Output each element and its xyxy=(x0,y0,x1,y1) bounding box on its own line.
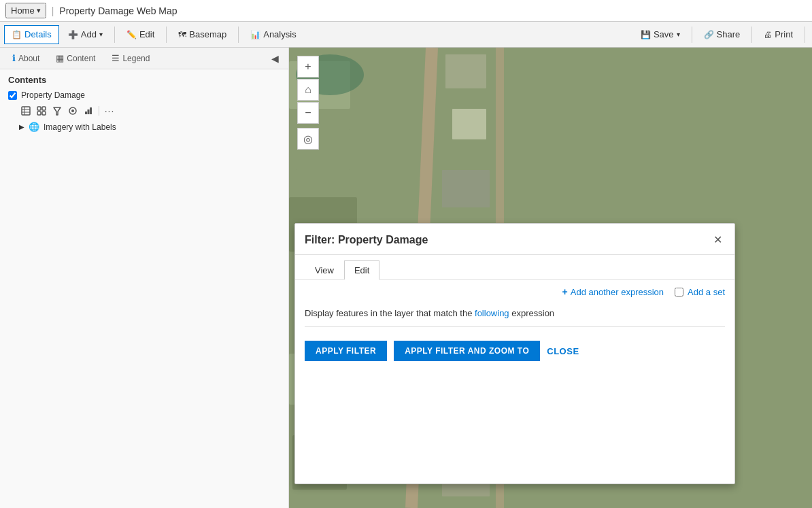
info-icon: ℹ xyxy=(12,53,16,63)
apply-filter-button[interactable]: APPLY FILTER xyxy=(305,341,387,361)
apply-filter-zoom-label: APPLY FILTER AND ZOOM TO xyxy=(405,346,529,356)
contents-heading: Contents xyxy=(0,69,288,88)
layer-property-damage-icons: ··· xyxy=(0,103,288,119)
filter-dialog-header: Filter: Property Damage ✕ xyxy=(295,224,734,255)
legend-icon: ☰ xyxy=(112,53,120,63)
apply-filter-zoom-button[interactable]: APPLY FILTER AND ZOOM TO xyxy=(394,341,540,361)
svg-rect-7 xyxy=(42,112,46,115)
main-area: ℹ About ▦ Content ☰ Legend ◀ Contents Pr… xyxy=(0,48,812,508)
top-bar: Home ▾ | Property Damage Web Map xyxy=(0,0,812,22)
left-panel: ℹ About ▦ Content ☰ Legend ◀ Contents Pr… xyxy=(0,48,289,508)
save-label: Save xyxy=(654,29,674,39)
share-button[interactable]: 🔗 Share xyxy=(696,25,748,44)
details-label: Details xyxy=(24,29,52,39)
plus-icon: + xyxy=(562,286,568,297)
svg-rect-12 xyxy=(88,109,90,114)
add-button[interactable]: ➕ Add ▾ xyxy=(61,25,110,44)
home-button[interactable]: Home ▾ xyxy=(5,3,46,18)
filter-close-button[interactable]: ✕ xyxy=(711,232,725,248)
home-label: Home xyxy=(11,5,35,16)
close-filter-button[interactable]: CLOSE xyxy=(547,346,579,356)
layer-property-damage: Property Damage xyxy=(0,88,288,103)
content-tab[interactable]: ▦ Content xyxy=(49,50,102,66)
zoom-out-icon: − xyxy=(305,107,311,119)
details-icon: 📋 xyxy=(12,30,22,39)
save-button[interactable]: 💾 Save ▾ xyxy=(633,25,688,44)
analysis-button[interactable]: 📊 Analysis xyxy=(243,25,303,44)
home-map-icon: ⌂ xyxy=(305,84,311,96)
svg-point-10 xyxy=(71,109,74,112)
share-icon: 🔗 xyxy=(704,30,714,39)
close-icon: ✕ xyxy=(713,234,722,245)
zoom-in-button[interactable]: + xyxy=(297,56,319,78)
edit-label: Edit xyxy=(139,29,154,39)
layer-table-icon[interactable] xyxy=(19,104,33,118)
layer-filter-icon[interactable] xyxy=(50,104,64,118)
layer-icons-separator xyxy=(99,106,99,116)
zoom-out-button[interactable]: − xyxy=(297,102,319,124)
add-label: Add xyxy=(81,29,97,39)
layer-expand-icon[interactable]: ▶ xyxy=(19,123,24,131)
add-set-row: Add a set xyxy=(675,287,725,297)
legend-tab-label: Legend xyxy=(122,54,150,63)
svg-rect-5 xyxy=(42,107,46,110)
print-icon: 🖨 xyxy=(764,30,772,39)
print-button[interactable]: 🖨 Print xyxy=(756,25,800,44)
layer-property-damage-checkbox[interactable] xyxy=(8,91,17,100)
svg-rect-13 xyxy=(90,107,92,114)
basemap-label: Basemap xyxy=(189,29,226,39)
add-icon: ➕ xyxy=(68,30,78,39)
add-expression-label: Add another expression xyxy=(571,287,664,297)
layer-imagery: ▶ 🌐 Imagery with Labels xyxy=(0,119,288,135)
print-label: Print xyxy=(775,29,793,39)
add-set-checkbox[interactable] xyxy=(675,288,683,297)
add-set-label: Add a set xyxy=(688,287,725,297)
svg-rect-23 xyxy=(445,54,486,88)
apply-filter-label: APPLY FILTER xyxy=(316,346,376,356)
layer-analysis-icon[interactable] xyxy=(82,104,95,118)
edit-button[interactable]: ✏️ Edit xyxy=(119,25,162,44)
basemap-button[interactable]: 🗺 Basemap xyxy=(171,25,234,44)
content-icon: ▦ xyxy=(56,53,64,63)
filter-description-highlight: following xyxy=(475,308,509,318)
share-label: Share xyxy=(717,29,741,39)
details-button[interactable]: 📋 Details xyxy=(4,25,59,44)
layer-imagery-label: Imagery with Labels xyxy=(44,122,116,132)
map-area[interactable]: + ⌂ − ◎ Filter: Property Damage ✕ V xyxy=(289,48,812,508)
svg-marker-8 xyxy=(54,107,61,115)
panel-collapse-button[interactable]: ◀ xyxy=(267,52,283,65)
layer-grid-icon[interactable] xyxy=(35,104,48,118)
about-tab[interactable]: ℹ About xyxy=(5,50,46,66)
zoom-in-icon: + xyxy=(305,61,311,73)
panel-tabs: ℹ About ▦ Content ☰ Legend ◀ xyxy=(0,48,288,69)
filter-edit-tab-label: Edit xyxy=(354,265,369,275)
layer-style-icon[interactable] xyxy=(66,104,80,118)
locate-icon: ◎ xyxy=(303,133,313,146)
toolbar-separator-3 xyxy=(238,27,239,43)
svg-rect-0 xyxy=(22,107,30,115)
add-expression-button[interactable]: + Add another expression xyxy=(562,286,664,297)
toolbar-separator-1 xyxy=(114,27,115,43)
toolbar-separator-6 xyxy=(805,27,805,43)
filter-edit-tab[interactable]: Edit xyxy=(344,260,379,280)
analysis-label: Analysis xyxy=(263,29,296,39)
filter-body: + Add another expression Add a set Displ… xyxy=(295,280,734,484)
filter-tabs: View Edit xyxy=(295,255,734,280)
svg-rect-11 xyxy=(85,112,87,114)
toolbar-separator-5 xyxy=(751,27,752,43)
analysis-icon: 📊 xyxy=(250,30,260,39)
filter-add-row: + Add another expression Add a set xyxy=(305,286,725,297)
legend-tab[interactable]: ☰ Legend xyxy=(105,50,156,66)
layer-more-icon[interactable]: ··· xyxy=(103,104,116,118)
filter-description: Display features in the layer that match… xyxy=(305,303,725,327)
svg-rect-6 xyxy=(37,112,41,115)
layer-property-damage-label: Property Damage xyxy=(21,90,85,100)
toolbar: 📋 Details ➕ Add ▾ ✏️ Edit 🗺 Basemap 📊 An… xyxy=(0,22,812,48)
home-map-button[interactable]: ⌂ xyxy=(297,79,319,101)
about-tab-label: About xyxy=(18,54,39,63)
locate-button[interactable]: ◎ xyxy=(297,128,319,150)
toolbar-separator-2 xyxy=(166,27,167,43)
content-tab-label: Content xyxy=(67,54,95,63)
filter-view-tab[interactable]: View xyxy=(305,260,344,280)
svg-rect-24 xyxy=(452,109,486,139)
